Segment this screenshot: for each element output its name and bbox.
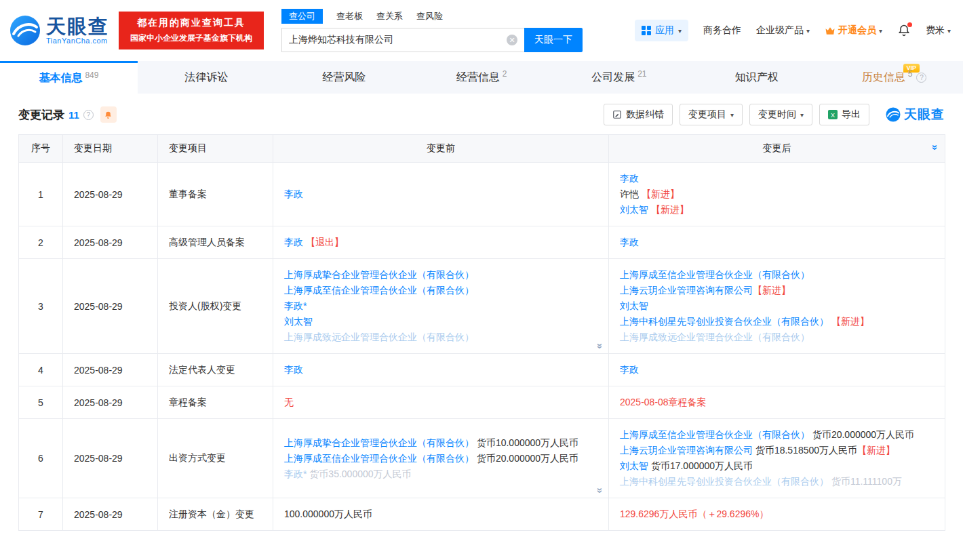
menu-enterprise[interactable]: 企业级产品 ▾ [756,24,810,37]
entity-link[interactable]: 刘太智 [620,300,648,311]
export-button[interactable]: X 导出 [819,104,869,125]
export-label: 导出 [842,108,861,121]
entity-link[interactable]: 刘太智 [620,204,648,215]
tab-operation-info[interactable]: 经营信息 2 [413,61,551,94]
entity-link[interactable]: 李政 [284,188,303,199]
search-button[interactable]: 天眼一下 [524,28,583,52]
entity-link[interactable]: 上海厚成至信企业管理合伙企业（有限合伙） [620,429,810,440]
entity-link[interactable]: 李政 [284,237,303,247]
cell-line: 上海厚成挚合企业管理合伙企业（有限合伙） 货币10.000000万人民币 [284,435,597,451]
tab-legal[interactable]: 法律诉讼 [138,61,275,94]
entity-link[interactable]: 李政 [620,364,639,375]
table-row: 12025-08-29董事备案李政李政许恺 【新进】刘太智 【新进】 [19,163,945,226]
cell-line: 上海厚成至信企业管理合伙企业（有限合伙） [284,283,597,298]
cell-line: 上海厚成至信企业管理合伙企业（有限合伙） 货币20.000000万人民币 [284,451,597,466]
tianyancha-logo[interactable]: 天眼查 TianYanCha.com [9,15,109,46]
notification-bell-icon[interactable] [897,24,911,37]
filter-time-label: 变更时间 [758,108,796,121]
entity-link-faded: 李政* [284,468,307,479]
search-tabs: 查公司 查老板 查关系 查风险 [281,9,583,24]
entity-link[interactable]: 李政 [284,364,303,375]
help-icon[interactable]: ? [83,110,94,120]
chevron-down-icon: ▾ [800,111,804,119]
tab-label: 基本信息 [39,71,82,85]
data-correction-button[interactable]: 数据纠错 [604,104,673,125]
entity-link-faded: 上海厚成致远企业管理合伙企业（有限合伙） [620,332,810,342]
change-flag: 【新进】 [639,188,680,199]
entity-link-faded: 上海厚成致远企业管理合伙企业（有限合伙） [284,332,474,342]
entity-link[interactable]: 上海云玥企业管理咨询有限公司 [620,285,753,296]
chevron-down-icon: ▾ [879,27,882,35]
table-row: 42025-08-29法定代表人变更李政李政 [19,354,945,386]
cell-line: 李政 [284,362,597,378]
search-tab-relation[interactable]: 查关系 [376,10,403,22]
change-flag: 【新进】 [857,445,895,456]
change-flag: 【新进】 [753,285,791,296]
entity-link[interactable]: 李政 [620,237,639,247]
subscribe-bell-icon[interactable] [100,106,117,123]
tab-basic-info[interactable]: 基本信息 849 [0,61,138,94]
search-tab-company[interactable]: 查公司 [281,9,323,24]
search-input[interactable] [289,35,507,45]
menu-open-vip[interactable]: 开通会员 ▾ [825,24,882,37]
tab-label: 公司发展 [591,71,635,85]
user-menu[interactable]: 费米 ▾ [926,24,951,37]
row-number: 2 [19,226,63,259]
cell-line: 上海云玥企业管理咨询有限公司 货币18.518500万人民币【新进】 [620,443,934,458]
cell-text: 许恺 [620,188,639,199]
filter-change-item-button[interactable]: 变更项目 ▾ [680,104,743,125]
username: 费米 [926,24,945,37]
cell-line: 上海厚成挚合企业管理合伙企业（有限合伙） [284,267,597,283]
entity-link-faded: 上海中科创星先导创业投资合伙企业（有限合伙） [620,476,829,487]
cell-line: 李政 [620,171,934,186]
search-tab-risk[interactable]: 查风险 [416,10,443,22]
expand-row-icon[interactable]: » [594,343,606,348]
apps-menu[interactable]: 应用 ▾ [635,20,688,41]
cell-line: 刘太智 [620,298,934,314]
help-icon[interactable]: ? [916,73,926,83]
enterprise-label: 企业级产品 [756,24,804,37]
cell-line: 上海云玥企业管理咨询有限公司【新进】 [620,283,934,298]
entity-link[interactable]: 刘太智 [284,316,313,327]
cell-line: 上海中科创星先导创业投资合伙企业（有限合伙） 【新进】 [620,314,934,329]
top-menu: 应用 ▾ 商务合作 企业级产品 ▾ 开通会员 ▾ 费米 ▾ [635,20,954,41]
chevron-down-icon: ▾ [947,27,951,35]
clear-search-icon[interactable]: ✕ [507,35,517,45]
table-row: 22025-08-29高级管理人员备案李政 【退出】李政 [19,226,945,259]
entity-link[interactable]: 李政 [620,173,639,184]
collapse-all-icon[interactable]: » [929,144,941,150]
tab-count: 5 [908,69,913,79]
tab-operation-risk[interactable]: 经营风险 [275,61,413,94]
entity-link[interactable]: 上海中科创星先导创业投资合伙企业（有限合伙） [620,316,829,327]
tab-intellectual-property[interactable]: 知识产权 [688,61,825,94]
tab-company-development[interactable]: 公司发展 21 [550,61,688,94]
menu-cooperation[interactable]: 商务合作 [703,24,741,37]
crown-icon [825,26,836,35]
cell-line: 上海厚成至信企业管理合伙企业（有限合伙） 货币20.000000万人民币 [620,427,934,443]
before-cell: 李政 【退出】 [273,226,609,259]
entity-link[interactable]: 上海厚成至信企业管理合伙企业（有限合伙） [620,269,810,280]
tab-history-info[interactable]: VIP 历史信息 5 ? [825,61,963,94]
entity-link[interactable]: 刘太智 [620,460,648,471]
col-header-after: 变更后 » [609,135,945,163]
table-row: 72025-08-29注册资本（金）变更100.000000万人民币129.62… [19,498,945,531]
after-cell: 李政许恺 【新进】刘太智 【新进】 [609,163,945,226]
entity-link[interactable]: 李政* [284,300,307,311]
tab-count: 21 [637,69,646,79]
entity-link[interactable]: 上海厚成至信企业管理合伙企业（有限合伙） [284,453,474,464]
filter-change-time-button[interactable]: 变更时间 ▾ [749,104,812,125]
entity-link[interactable]: 上海厚成至信企业管理合伙企业（有限合伙） [284,285,474,296]
change-flag: 【新进】 [829,316,869,327]
expand-row-icon[interactable]: » [594,487,606,493]
watermark-logo-icon [886,107,901,122]
entity-link[interactable]: 上海厚成挚合企业管理合伙企业（有限合伙） [284,269,474,280]
entity-link[interactable]: 上海云玥企业管理咨询有限公司 [620,445,753,456]
logo-eye-icon [9,15,41,46]
change-date: 2025-08-29 [63,163,158,226]
cell-text: 货币18.518500万人民币 [753,445,857,456]
search-tab-boss[interactable]: 查老板 [336,10,363,22]
excel-icon: X [828,110,838,119]
change-item: 高级管理人员备案 [158,226,273,259]
entity-link[interactable]: 上海厚成挚合企业管理合伙企业（有限合伙） [284,437,474,448]
cell-line: 李政 【退出】 [284,235,597,250]
